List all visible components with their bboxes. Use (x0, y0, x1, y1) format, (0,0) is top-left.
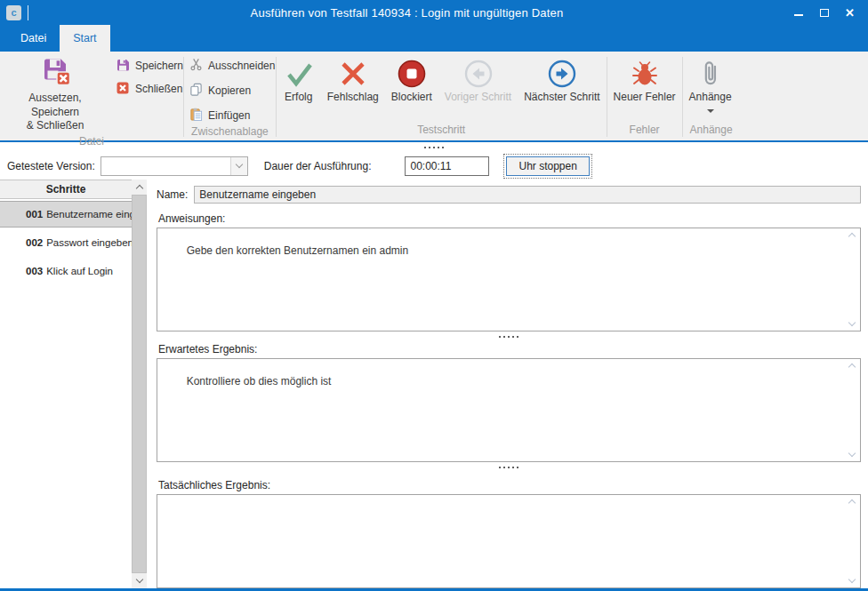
chevron-down-icon[interactable] (848, 450, 856, 457)
chevron-down-icon[interactable] (848, 576, 856, 583)
step-row-002[interactable]: 002 Passwort eingeben (0, 229, 132, 256)
app-window: c Ausführen von Testfall 140934 : Login … (0, 0, 868, 591)
copy-icon (189, 83, 203, 99)
main-area: Schritte 001 Benutzername eingeben 002 P… (0, 180, 868, 588)
stop-clock-button[interactable]: Uhr stoppen (506, 156, 589, 176)
fail-button[interactable]: Fehlschlag (321, 52, 385, 103)
duration-input[interactable] (405, 156, 489, 176)
splitter-handle[interactable] (494, 334, 524, 339)
chevron-up-icon (135, 185, 142, 192)
stop-circle-icon (397, 57, 427, 91)
suspend-save-close-label: Aussetzen, Speichern & Schließen (4, 92, 107, 133)
pass-button[interactable]: Erfolg (277, 52, 321, 103)
new-error-button[interactable]: Neuer Fehler (607, 52, 682, 103)
version-label: Getestete Version: (7, 160, 95, 172)
ribbon-tabbar: Datei Start (0, 25, 868, 52)
ribbon-group-testschritt: Erfolg Fehlschlag (277, 52, 607, 140)
actual-result-label: Tatsächliches Ergebnis: (158, 479, 861, 491)
chevron-up-icon[interactable] (848, 233, 856, 240)
ribbon-group-anhaenge: Anhänge Anhänge (683, 52, 740, 140)
tab-start[interactable]: Start (60, 25, 109, 52)
form-splitter-row-1 (157, 331, 861, 341)
arrow-left-circle-icon (463, 57, 494, 91)
form-splitter-row-2 (157, 462, 861, 472)
group-label-zwischenablage: Zwischenablage (184, 124, 276, 142)
instructions-label: Anweisungen: (158, 212, 861, 225)
name-label: Name: (157, 188, 188, 201)
save-icon (116, 58, 130, 75)
chevron-down-icon (235, 161, 242, 168)
expected-result-textarea[interactable]: Kontrolliere ob dies möglich ist (157, 358, 861, 462)
group-label-anhaenge: Anhänge (683, 122, 740, 140)
close-button[interactable]: ✕ (837, 1, 863, 24)
window-controls: ✕ (785, 1, 863, 24)
window-title: Ausführen von Testfall 140934 : Login mi… (28, 6, 785, 20)
suspend-save-close-button[interactable]: Aussetzen, Speichern & Schließen (4, 52, 107, 133)
version-value (101, 157, 230, 175)
scissors-icon (189, 58, 203, 74)
top-splitter-row (0, 142, 868, 152)
chevron-down-icon (135, 576, 142, 583)
splitter-handle[interactable] (419, 145, 449, 150)
attachments-button[interactable]: Anhänge (683, 52, 738, 113)
close-icon: ✕ (845, 7, 855, 19)
group-label-testschritt: Testschritt (277, 122, 607, 140)
tab-datei[interactable]: Datei (7, 25, 60, 52)
instructions-textarea[interactable]: Gebe den korrekten Benutzernamen ein adm… (157, 228, 861, 331)
bug-icon (631, 57, 658, 91)
combobox-dropdown-button[interactable] (230, 157, 247, 175)
previous-step-button[interactable]: Voriger Schritt (438, 52, 518, 103)
save-button[interactable]: Speichern (116, 58, 183, 74)
scroll-down-arrow[interactable] (132, 573, 147, 588)
chevron-down-icon (707, 109, 714, 113)
minimize-icon (794, 14, 803, 16)
version-combobox[interactable] (100, 156, 248, 176)
duration-label: Dauer der Ausführung: (264, 160, 372, 172)
ribbon-group-zwischenablage: Ausschneiden Kopieren (184, 52, 276, 140)
group-label-fehler: Fehler (607, 122, 682, 140)
ribbon-group-datei: Aussetzen, Speichern & Schließen (0, 52, 183, 140)
step-row-001[interactable]: 001 Benutzername eingeben (0, 201, 132, 228)
steps-header: Schritte (0, 180, 132, 199)
stop-clock-focus-ring: Uhr stoppen (503, 154, 591, 179)
step-detail-form: Name: Anweisungen: Gebe den korrekten Be… (147, 180, 868, 588)
ribbon: Aussetzen, Speichern & Schließen (0, 52, 868, 142)
steps-panel: Schritte 001 Benutzername eingeben 002 P… (0, 180, 147, 588)
close-document-icon (116, 81, 130, 98)
scroll-up-arrow[interactable] (132, 180, 147, 195)
expected-result-label: Erwartetes Ergebnis: (158, 343, 861, 355)
splitter-handle[interactable] (494, 465, 524, 470)
ribbon-group-fehler: Neuer Fehler Fehler (607, 52, 682, 140)
blocked-button[interactable]: Blockiert (385, 52, 438, 103)
name-input[interactable] (194, 186, 861, 204)
execution-toolbar: Getestete Version: Dauer der Ausführung:… (0, 152, 868, 180)
fail-x-icon (339, 57, 367, 91)
chevron-up-icon[interactable] (848, 363, 856, 371)
cut-button[interactable]: Ausschneiden (189, 58, 275, 74)
steps-scrollbar[interactable] (132, 180, 147, 588)
maximize-icon (820, 9, 829, 17)
step-row-003[interactable]: 003 Klick auf Login (0, 258, 132, 284)
checkmark-icon (283, 57, 315, 91)
app-icon[interactable]: c (6, 5, 21, 20)
minimize-button[interactable] (785, 1, 811, 24)
titlebar: c Ausführen von Testfall 140934 : Login … (0, 0, 868, 25)
save-close-icon (39, 54, 71, 89)
paste-icon (189, 108, 203, 124)
close-document-button[interactable]: Schließen (116, 81, 183, 97)
scrollbar-thumb[interactable] (132, 195, 147, 573)
paperclip-icon (701, 57, 720, 91)
arrow-right-circle-icon (547, 57, 577, 91)
maximize-button[interactable] (811, 1, 837, 24)
actual-result-textarea[interactable] (157, 494, 861, 588)
paste-button[interactable]: Einfügen (189, 108, 275, 124)
chevron-up-icon[interactable] (848, 499, 856, 507)
next-step-button[interactable]: Nächster Schritt (518, 52, 606, 103)
copy-button[interactable]: Kopieren (189, 83, 275, 99)
steps-list: Schritte 001 Benutzername eingeben 002 P… (0, 180, 132, 588)
chevron-down-icon[interactable] (848, 319, 856, 326)
